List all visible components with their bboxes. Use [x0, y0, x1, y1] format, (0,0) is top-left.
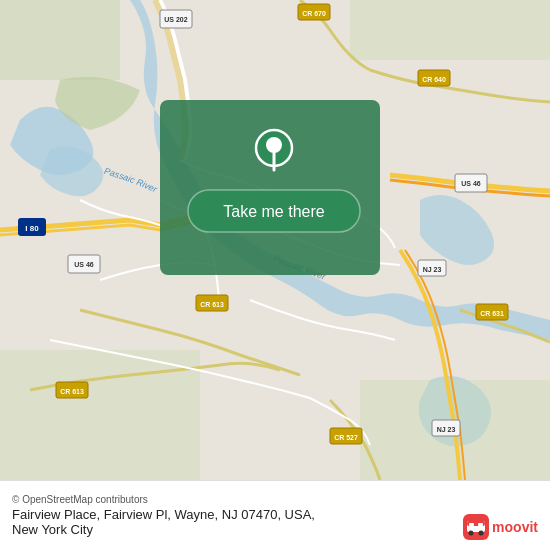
- svg-text:NJ 23: NJ 23: [423, 266, 442, 273]
- svg-point-39: [469, 531, 474, 536]
- svg-text:CR 631: CR 631: [480, 310, 504, 317]
- map-container: I 80 US 202 CR 670 CR 640 US 46 US 46 CR…: [0, 0, 550, 480]
- moovit-bus-icon: [463, 514, 489, 540]
- svg-text:CR 613: CR 613: [200, 301, 224, 308]
- address-block: © OpenStreetMap contributors Fairview Pl…: [12, 494, 538, 537]
- svg-text:CR 670: CR 670: [302, 10, 326, 17]
- svg-rect-1: [0, 0, 120, 80]
- moovit-logo: moovit: [463, 514, 538, 540]
- svg-text:US 46: US 46: [461, 180, 481, 187]
- svg-rect-42: [478, 523, 483, 526]
- svg-text:CR 613: CR 613: [60, 388, 84, 395]
- svg-text:CR 527: CR 527: [334, 434, 358, 441]
- svg-text:US 46: US 46: [74, 261, 94, 268]
- svg-point-40: [479, 531, 484, 536]
- svg-rect-2: [350, 0, 550, 60]
- svg-text:US 202: US 202: [164, 16, 187, 23]
- address-line1: Fairview Place, Fairview Pl, Wayne, NJ 0…: [12, 507, 538, 522]
- svg-rect-31: [160, 100, 380, 275]
- svg-text:I 80: I 80: [25, 224, 39, 233]
- bottom-bar: © OpenStreetMap contributors Fairview Pl…: [0, 480, 550, 550]
- svg-text:CR 640: CR 640: [422, 76, 446, 83]
- osm-credit: © OpenStreetMap contributors: [12, 494, 538, 505]
- moovit-text: moovit: [492, 519, 538, 535]
- svg-rect-41: [469, 523, 474, 526]
- address-line2: New York City: [12, 522, 538, 537]
- svg-point-33: [266, 137, 282, 153]
- svg-text:Take me there: Take me there: [223, 203, 324, 220]
- svg-text:NJ 23: NJ 23: [437, 426, 456, 433]
